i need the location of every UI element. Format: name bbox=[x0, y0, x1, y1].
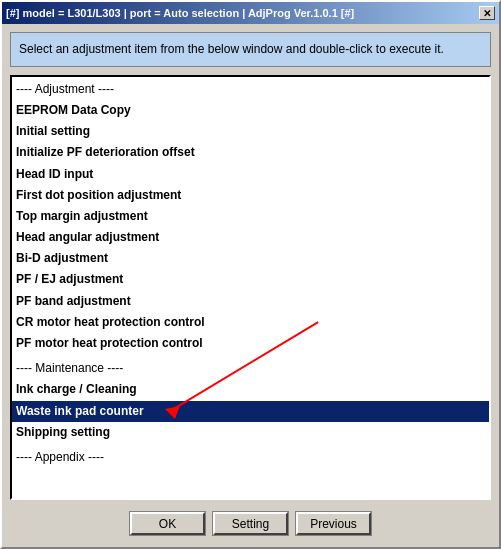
list-item[interactable]: Shipping setting bbox=[12, 422, 489, 443]
info-box: Select an adjustment item from the below… bbox=[10, 32, 491, 67]
list-item[interactable]: ---- Maintenance ---- bbox=[12, 358, 489, 379]
list-item[interactable]: PF / EJ adjustment bbox=[12, 269, 489, 290]
button-row: OK Setting Previous bbox=[10, 508, 491, 539]
list-item[interactable]: Initial setting bbox=[12, 121, 489, 142]
list-item[interactable]: Head angular adjustment bbox=[12, 227, 489, 248]
list-item[interactable]: PF motor heat protection control bbox=[12, 333, 489, 354]
list-item[interactable]: CR motor heat protection control bbox=[12, 312, 489, 333]
list-item[interactable]: Initialize PF deterioration offset bbox=[12, 142, 489, 163]
list-item[interactable]: Waste ink pad counter bbox=[12, 401, 489, 422]
previous-button[interactable]: Previous bbox=[296, 512, 371, 535]
info-text: Select an adjustment item from the below… bbox=[19, 42, 444, 56]
setting-button[interactable]: Setting bbox=[213, 512, 288, 535]
list-item[interactable]: ---- Adjustment ---- bbox=[12, 79, 489, 100]
list-item[interactable]: Head ID input bbox=[12, 164, 489, 185]
content-area: Select an adjustment item from the below… bbox=[2, 24, 499, 547]
list-item[interactable]: ---- Appendix ---- bbox=[12, 447, 489, 468]
list-item[interactable]: Top margin adjustment bbox=[12, 206, 489, 227]
list-scroll[interactable]: ---- Adjustment ----EEPROM Data CopyInit… bbox=[12, 77, 489, 498]
title-bar: [#] model = L301/L303 | port = Auto sele… bbox=[2, 2, 499, 24]
list-item[interactable]: PF band adjustment bbox=[12, 291, 489, 312]
main-window: [#] model = L301/L303 | port = Auto sele… bbox=[0, 0, 501, 549]
list-item[interactable]: Bi-D adjustment bbox=[12, 248, 489, 269]
list-item[interactable]: EEPROM Data Copy bbox=[12, 100, 489, 121]
window-title: [#] model = L301/L303 | port = Auto sele… bbox=[6, 7, 479, 19]
close-button[interactable]: ✕ bbox=[479, 6, 495, 20]
ok-button[interactable]: OK bbox=[130, 512, 205, 535]
list-item[interactable]: First dot position adjustment bbox=[12, 185, 489, 206]
list-item[interactable]: Ink charge / Cleaning bbox=[12, 379, 489, 400]
list-container: ---- Adjustment ----EEPROM Data CopyInit… bbox=[10, 75, 491, 500]
